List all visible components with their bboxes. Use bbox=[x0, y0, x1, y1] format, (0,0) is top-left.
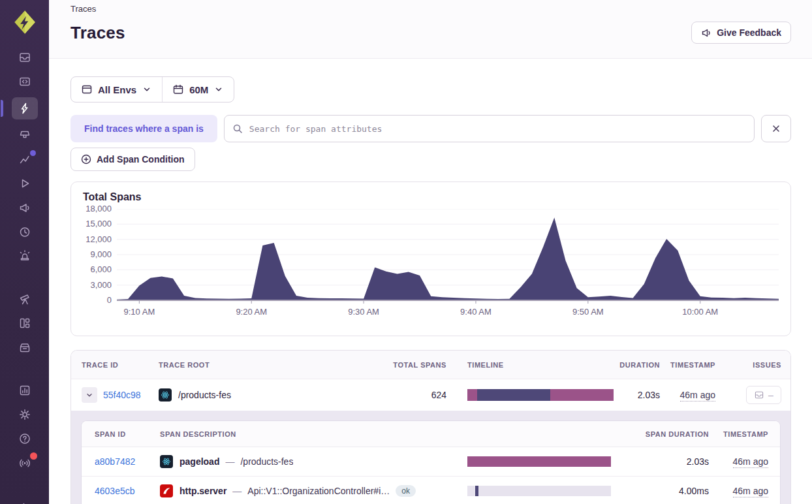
dashboard-icon bbox=[18, 317, 31, 330]
sidebar-item-releases[interactable] bbox=[12, 223, 38, 240]
span-timestamp: 46m ago bbox=[733, 456, 768, 467]
hood-icon bbox=[18, 129, 31, 142]
sidebar-item-settings[interactable] bbox=[12, 406, 38, 423]
spans-table-header: SPAN ID SPAN DESCRIPTION SPAN DURATION T… bbox=[82, 421, 780, 447]
siren-icon bbox=[18, 249, 31, 262]
app-root: Traces Traces Give Feedback All Envs bbox=[0, 0, 812, 504]
issues-count: – bbox=[768, 390, 773, 400]
sidebar-item-projects[interactable] bbox=[12, 73, 38, 90]
clear-search-button[interactable] bbox=[761, 115, 791, 142]
sidebar-item-stats[interactable] bbox=[12, 382, 38, 399]
span-description[interactable]: Api::V1::OrganizationController#i… bbox=[247, 486, 390, 496]
sidebar-item-help[interactable] bbox=[12, 430, 38, 447]
traces-table-header: TRACE ID TRACE ROOT TOTAL SPANS TIMELINE… bbox=[71, 351, 790, 379]
y-axis-tick-label: 6,000 bbox=[90, 264, 112, 275]
plus-circle-icon bbox=[81, 154, 91, 165]
y-axis-labels: 03,0006,0009,00012,00015,00018,000 bbox=[71, 209, 112, 300]
close-icon bbox=[770, 123, 782, 134]
sidebar bbox=[0, 0, 49, 504]
main-area: Traces Traces Give Feedback All Envs bbox=[49, 0, 812, 504]
sidebar-item-whats-new[interactable] bbox=[12, 454, 38, 471]
timeline-segment bbox=[467, 389, 477, 401]
sidebar-item-issues[interactable] bbox=[12, 49, 38, 66]
rails-project-icon bbox=[160, 484, 173, 497]
total-spans-chart-panel: Total Spans 03,0006,0009,00012,00015,000… bbox=[70, 181, 791, 336]
span-description[interactable]: /products-fes bbox=[240, 456, 293, 467]
col-span-description: SPAN DESCRIPTION bbox=[160, 430, 467, 438]
sidebar-collapse-toggle[interactable] bbox=[12, 497, 38, 504]
react-project-icon bbox=[160, 455, 173, 468]
add-span-condition-label: Add Span Condition bbox=[97, 154, 185, 165]
sidebar-item-archive[interactable] bbox=[12, 339, 38, 356]
window-icon bbox=[82, 84, 92, 95]
col-duration: DURATION bbox=[619, 361, 660, 369]
environment-filter-label: All Envs bbox=[98, 84, 136, 95]
sidebar-item-feedback[interactable] bbox=[12, 199, 38, 216]
chart-title: Total Spans bbox=[71, 182, 790, 203]
x-axis-tick-label: 9:10 AM bbox=[124, 307, 155, 317]
breadcrumb[interactable]: Traces bbox=[70, 3, 791, 14]
sidebar-item-alerts[interactable] bbox=[12, 247, 38, 264]
search-icon bbox=[232, 123, 243, 134]
help-icon bbox=[18, 432, 31, 445]
x-axis-tick-label: 10:00 AM bbox=[682, 307, 718, 317]
span-separator: — bbox=[225, 456, 234, 467]
x-axis-tick-label: 9:20 AM bbox=[236, 307, 267, 317]
x-axis-tick-label: 9:40 AM bbox=[460, 307, 492, 317]
spans-table: SPAN ID SPAN DESCRIPTION SPAN DURATION T… bbox=[82, 421, 780, 504]
chart-plot-area[interactable]: 03,0006,0009,00012,00015,00018,000 bbox=[71, 209, 779, 304]
add-span-condition-button[interactable]: Add Span Condition bbox=[70, 148, 195, 171]
span-op: http.server bbox=[180, 486, 226, 496]
react-project-icon bbox=[159, 388, 172, 402]
page-header: Traces Traces Give Feedback bbox=[49, 0, 812, 59]
clock-icon bbox=[18, 225, 31, 238]
col-timestamp: TIMESTAMP bbox=[670, 361, 715, 369]
span-duration-bar[interactable] bbox=[467, 486, 611, 496]
time-range-filter[interactable]: 60M bbox=[163, 77, 234, 102]
trace-issues-button[interactable]: – bbox=[746, 386, 781, 404]
sidebar-item-traces[interactable] bbox=[12, 97, 38, 119]
chevron-right-icon bbox=[19, 500, 31, 504]
bar-chart-icon bbox=[18, 384, 31, 397]
search-input[interactable] bbox=[224, 115, 755, 142]
traces-table: TRACE ID TRACE ROOT TOTAL SPANS TIMELINE… bbox=[70, 350, 791, 504]
span-status-badge: ok bbox=[396, 485, 416, 497]
collapse-trace-button[interactable] bbox=[82, 387, 97, 403]
span-id-link[interactable]: a80b7482 bbox=[95, 456, 160, 467]
environment-filter[interactable]: All Envs bbox=[71, 77, 162, 102]
x-axis-labels: 9:10 AM9:20 AM9:30 AM9:40 AM9:50 AM10:00… bbox=[117, 306, 779, 323]
sidebar-item-replays[interactable] bbox=[12, 175, 38, 192]
give-feedback-button[interactable]: Give Feedback bbox=[691, 22, 791, 44]
org-logo[interactable] bbox=[11, 8, 39, 36]
sidebar-item-insights[interactable] bbox=[12, 151, 38, 168]
col-span-duration: SPAN DURATION bbox=[646, 430, 709, 438]
x-axis-tick-label: 9:50 AM bbox=[572, 307, 604, 317]
page-content: All Envs 60M Find traces where a span is bbox=[49, 59, 812, 504]
y-axis-tick-label: 18,000 bbox=[86, 204, 112, 214]
calendar-icon bbox=[173, 84, 183, 95]
col-trace-root: TRACE ROOT bbox=[159, 361, 396, 369]
span-duration-bar[interactable] bbox=[467, 456, 611, 467]
sidebar-item-dashboards[interactable] bbox=[12, 315, 38, 332]
play-icon bbox=[18, 177, 31, 190]
trace-timestamp: 46m ago bbox=[680, 390, 715, 400]
code-folder-icon bbox=[18, 75, 31, 88]
trace-id-link[interactable]: 55f40c98 bbox=[103, 390, 141, 400]
chevron-down-icon bbox=[214, 85, 223, 94]
gear-icon bbox=[18, 408, 31, 421]
megaphone-icon bbox=[18, 201, 31, 214]
span-row: 4603e5cb http.server — Api::V1::Organiza… bbox=[82, 476, 780, 504]
filter-bar: All Envs 60M bbox=[70, 76, 234, 102]
y-axis-tick-label: 3,000 bbox=[90, 280, 112, 291]
span-id-link[interactable]: 4603e5cb bbox=[95, 486, 160, 496]
chevron-down-icon bbox=[86, 391, 93, 400]
give-feedback-label: Give Feedback bbox=[717, 27, 781, 38]
y-axis-tick-label: 0 bbox=[107, 295, 112, 306]
sidebar-item-profiling[interactable] bbox=[12, 127, 38, 144]
trace-root-label[interactable]: /products-fes bbox=[178, 390, 231, 400]
col-span-id: SPAN ID bbox=[95, 430, 160, 438]
search-field-wrap bbox=[224, 115, 755, 142]
trace-timeline-bar[interactable] bbox=[467, 389, 614, 401]
lightning-icon bbox=[18, 102, 31, 115]
sidebar-item-discover[interactable] bbox=[12, 291, 38, 307]
